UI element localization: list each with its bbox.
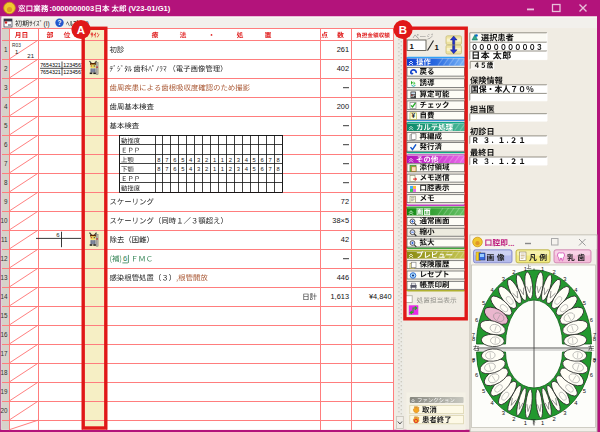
svg-text:5: 5 xyxy=(482,388,485,394)
svg-text:1: 1 xyxy=(524,420,527,426)
svg-text:5: 5 xyxy=(181,166,184,172)
svg-text:6: 6 xyxy=(173,157,176,163)
svg-text:R03: R03 xyxy=(12,43,21,48)
svg-text:11: 11 xyxy=(1,236,8,243)
svg-text:8: 8 xyxy=(276,157,279,163)
svg-text:6: 6 xyxy=(590,372,593,378)
svg-text:6: 6 xyxy=(261,157,264,163)
svg-text:72: 72 xyxy=(341,197,349,206)
svg-text:1: 1 xyxy=(221,166,224,172)
svg-text:¥: ¥ xyxy=(411,112,415,119)
svg-text:3: 3 xyxy=(563,276,566,282)
svg-text:(I): (I) xyxy=(44,20,50,28)
svg-text:16: 16 xyxy=(0,331,8,338)
svg-text:1: 1 xyxy=(213,157,216,163)
svg-text:5: 5 xyxy=(583,388,586,394)
svg-text:1: 1 xyxy=(213,166,216,172)
svg-text::0000000003: :0000000003 xyxy=(49,4,94,13)
svg-text:7: 7 xyxy=(268,166,271,172)
svg-text:...: ... xyxy=(508,239,515,248)
svg-text:8: 8 xyxy=(472,357,475,363)
svg-text:¥4,840: ¥4,840 xyxy=(369,292,392,301)
svg-text:A: A xyxy=(77,24,85,36)
svg-text:2: 2 xyxy=(205,166,208,172)
svg-text:8: 8 xyxy=(4,179,8,186)
svg-text:3: 3 xyxy=(197,166,200,172)
svg-text:B: B xyxy=(399,24,407,36)
svg-text:19: 19 xyxy=(0,388,8,395)
svg-text:42: 42 xyxy=(341,235,349,244)
svg-text:5: 5 xyxy=(4,122,8,129)
svg-text:20: 20 xyxy=(0,407,8,414)
svg-text:8: 8 xyxy=(157,157,160,163)
svg-text:21: 21 xyxy=(27,53,34,59)
svg-text:200: 200 xyxy=(337,102,349,111)
svg-text:2: 2 xyxy=(552,269,555,275)
svg-text:5: 5 xyxy=(253,166,256,172)
svg-text:?: ? xyxy=(58,19,62,26)
svg-text:8: 8 xyxy=(593,357,596,363)
svg-text:10: 10 xyxy=(0,217,8,224)
svg-text:1,613: 1,613 xyxy=(331,292,350,301)
svg-text:9: 9 xyxy=(4,198,8,205)
svg-text:1: 1 xyxy=(541,266,544,272)
svg-text:1: 1 xyxy=(435,43,440,52)
svg-text:5: 5 xyxy=(482,300,485,306)
svg-text:7: 7 xyxy=(268,157,271,163)
svg-text:1: 1 xyxy=(221,157,224,163)
svg-text:261: 261 xyxy=(337,45,349,54)
svg-text:4: 4 xyxy=(4,103,8,110)
svg-text:8: 8 xyxy=(472,336,475,342)
svg-text:402: 402 xyxy=(337,64,349,73)
svg-text:3: 3 xyxy=(197,157,200,163)
svg-text:6: 6 xyxy=(590,317,593,323)
svg-text:14: 14 xyxy=(0,293,8,300)
svg-text:3: 3 xyxy=(502,276,505,282)
svg-text:13: 13 xyxy=(0,274,8,281)
svg-text:2: 2 xyxy=(512,416,515,422)
svg-text:8: 8 xyxy=(593,336,596,342)
svg-text:2: 2 xyxy=(552,416,555,422)
svg-text:12: 12 xyxy=(0,255,8,262)
svg-text:1: 1 xyxy=(524,266,527,272)
svg-text:7654321: 7654321 xyxy=(40,69,61,75)
svg-text:1234567: 1234567 xyxy=(63,62,84,68)
svg-text:6: 6 xyxy=(261,166,264,172)
svg-text:3: 3 xyxy=(237,157,240,163)
svg-text:2: 2 xyxy=(229,166,232,172)
svg-text:5: 5 xyxy=(253,157,256,163)
svg-text:17: 17 xyxy=(0,350,8,357)
svg-text:7: 7 xyxy=(165,157,168,163)
svg-text:446: 446 xyxy=(337,273,349,282)
svg-text:2: 2 xyxy=(205,157,208,163)
svg-text:2: 2 xyxy=(512,269,515,275)
svg-text:6: 6 xyxy=(173,166,176,172)
svg-text:8: 8 xyxy=(276,166,279,172)
svg-text:6: 6 xyxy=(4,141,8,148)
svg-text:15: 15 xyxy=(0,312,8,319)
svg-text:3: 3 xyxy=(4,84,8,91)
svg-text:7: 7 xyxy=(165,166,168,172)
svg-text:7: 7 xyxy=(4,160,8,167)
svg-text:3: 3 xyxy=(563,410,566,416)
svg-text:1234567: 1234567 xyxy=(63,69,84,75)
svg-text:2: 2 xyxy=(4,65,8,72)
svg-text:3: 3 xyxy=(502,410,505,416)
svg-text:6: 6 xyxy=(475,372,478,378)
svg-text:7654321: 7654321 xyxy=(40,62,61,68)
svg-text:2: 2 xyxy=(229,157,232,163)
svg-text:6: 6 xyxy=(123,254,127,263)
svg-text:8: 8 xyxy=(157,166,160,172)
svg-text:6: 6 xyxy=(475,317,478,323)
svg-text:5: 5 xyxy=(181,157,184,163)
svg-text:18: 18 xyxy=(0,369,8,376)
svg-text:38×5: 38×5 xyxy=(332,216,349,225)
svg-text:(V23-01/G1): (V23-01/G1) xyxy=(129,4,171,13)
svg-text:5: 5 xyxy=(583,300,586,306)
svg-text:1: 1 xyxy=(410,42,415,51)
svg-text:1: 1 xyxy=(541,420,544,426)
svg-text:1: 1 xyxy=(4,46,8,53)
svg-text:3: 3 xyxy=(237,166,240,172)
